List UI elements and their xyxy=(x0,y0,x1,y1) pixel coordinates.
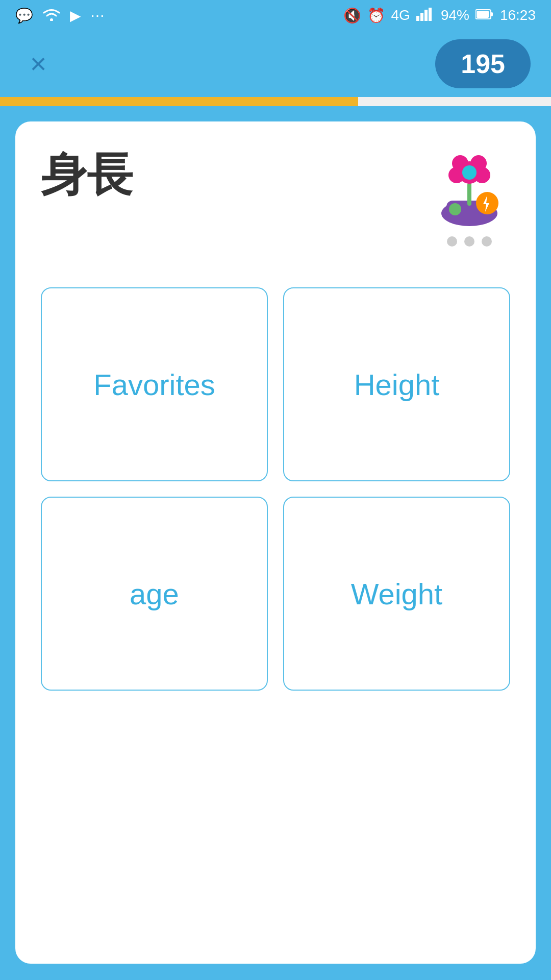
battery-icon xyxy=(475,7,494,23)
dot-1 xyxy=(447,236,457,247)
answer-label-weight: Weight xyxy=(341,567,453,621)
dot-3 xyxy=(482,236,492,247)
svg-rect-2 xyxy=(420,13,423,21)
score-value: 195 xyxy=(461,49,505,79)
answer-grid: Favorites Height age Weight xyxy=(41,287,510,691)
close-icon: × xyxy=(30,50,47,78)
chat-icon: 💬 xyxy=(15,7,33,24)
svg-rect-11 xyxy=(467,183,471,206)
answer-card-age[interactable]: age xyxy=(41,497,268,691)
status-left-icons: 💬 ▶ ⋯ xyxy=(15,7,105,24)
svg-rect-7 xyxy=(491,12,493,16)
app-header: × 195 xyxy=(0,31,551,97)
answer-label-height: Height xyxy=(344,357,450,412)
alarm-icon: ⏰ xyxy=(367,7,385,24)
battery-label: 94% xyxy=(441,7,469,23)
status-bar: 💬 ▶ ⋯ 🔇 ⏰ 4G 94% xyxy=(0,0,551,31)
status-right-icons: 🔇 ⏰ 4G 94% 16:23 xyxy=(343,7,536,24)
answer-card-height[interactable]: Height xyxy=(283,287,510,481)
progress-bar-fill xyxy=(0,97,358,106)
svg-rect-3 xyxy=(424,10,428,21)
main-card: 身長 xyxy=(15,121,536,964)
svg-point-17 xyxy=(462,165,477,180)
svg-rect-6 xyxy=(477,11,489,18)
answer-label-favorites: Favorites xyxy=(83,357,226,412)
dots-indicator xyxy=(447,236,492,247)
answer-card-favorites[interactable]: Favorites xyxy=(41,287,268,481)
svg-rect-1 xyxy=(416,16,419,21)
mascot-area xyxy=(429,147,510,247)
card-header: 身長 xyxy=(41,147,510,247)
answer-card-weight[interactable]: Weight xyxy=(283,497,510,691)
signal-icon xyxy=(416,7,435,24)
svg-rect-4 xyxy=(429,8,432,21)
more-icon: ⋯ xyxy=(90,7,105,24)
svg-point-0 xyxy=(50,18,53,21)
svg-point-10 xyxy=(449,203,461,215)
wifi-icon xyxy=(42,7,61,24)
mute-icon: 🔇 xyxy=(343,7,361,24)
mascot-icon xyxy=(429,147,510,229)
play-icon: ▶ xyxy=(70,7,81,24)
progress-bar xyxy=(0,97,551,106)
close-button[interactable]: × xyxy=(20,46,56,82)
card-title: 身長 xyxy=(41,147,133,202)
dot-2 xyxy=(464,236,474,247)
answer-label-age: age xyxy=(119,567,189,621)
score-badge: 195 xyxy=(435,39,531,88)
time-label: 16:23 xyxy=(500,7,536,23)
network-label: 4G xyxy=(391,7,410,23)
